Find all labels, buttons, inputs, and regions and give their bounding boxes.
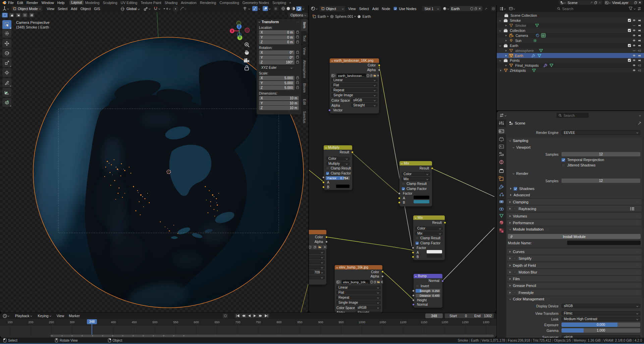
svg-text:500: 500 bbox=[152, 321, 157, 324]
svg-text:800: 800 bbox=[276, 321, 281, 324]
svg-text:1250: 1250 bbox=[462, 321, 469, 324]
svg-text:900: 900 bbox=[318, 321, 323, 324]
svg-text:750: 750 bbox=[256, 321, 261, 324]
svg-text:950: 950 bbox=[338, 321, 343, 324]
svg-text:300: 300 bbox=[69, 321, 74, 324]
svg-text:600: 600 bbox=[194, 321, 199, 324]
svg-text:1200: 1200 bbox=[441, 321, 448, 324]
svg-text:348: 348 bbox=[89, 320, 95, 324]
svg-text:700: 700 bbox=[235, 321, 240, 324]
svg-text:400: 400 bbox=[111, 321, 116, 324]
svg-text:1300: 1300 bbox=[483, 321, 489, 324]
svg-text:250: 250 bbox=[49, 321, 54, 324]
svg-text:1150: 1150 bbox=[421, 321, 427, 324]
svg-text:550: 550 bbox=[173, 321, 178, 324]
svg-text:1050: 1050 bbox=[379, 321, 386, 324]
svg-text:150: 150 bbox=[7, 321, 12, 324]
svg-text:1100: 1100 bbox=[400, 321, 406, 324]
svg-text:850: 850 bbox=[297, 321, 302, 324]
svg-text:650: 650 bbox=[214, 321, 219, 324]
svg-text:200: 200 bbox=[28, 321, 33, 324]
svg-text:1000: 1000 bbox=[359, 321, 365, 324]
svg-text:X: X bbox=[231, 29, 233, 33]
svg-text:450: 450 bbox=[131, 321, 137, 324]
